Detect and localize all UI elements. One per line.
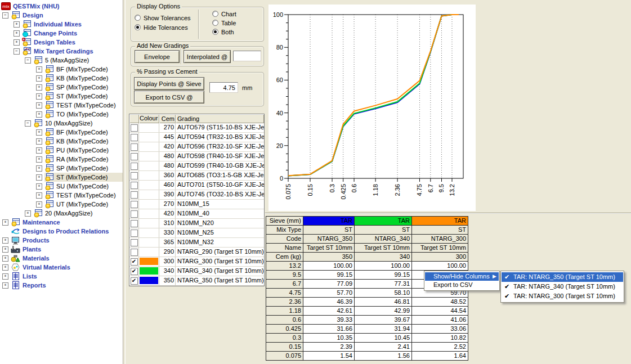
results-value-cell[interactable]: 100.00 xyxy=(303,262,355,271)
grading-row-name-cell[interactable]: N10MM_15 xyxy=(176,200,264,209)
radio-button[interactable] xyxy=(212,11,218,17)
results-value-cell[interactable]: 39.67 xyxy=(355,316,412,325)
results-value-cell[interactable]: 77.31 xyxy=(355,280,412,289)
tree-item-content[interactable]: 5 (MaxAggSize) xyxy=(33,56,123,65)
tree-item-maintenance[interactable]: +Maintenance xyxy=(0,218,123,227)
grading-row-checkbox-cell[interactable]: ✔ xyxy=(129,276,139,285)
checkbox-checked[interactable]: ✔ xyxy=(131,258,138,266)
results-info-cell[interactable]: Target ST 10mm xyxy=(355,244,412,253)
grading-list-row[interactable]: ✔340NTARG_340 (Target ST 10mm) xyxy=(129,267,264,276)
expand-box[interactable]: + xyxy=(36,129,42,136)
results-info-cell[interactable]: NTARG_350 xyxy=(303,235,355,244)
expand-box[interactable]: + xyxy=(2,219,8,226)
tree-item-virtual-materials[interactable]: +Virtual Materials xyxy=(0,263,123,272)
tree-item-pu-mixtypecode[interactable]: +PU (MixTypeCode) xyxy=(0,146,123,155)
tree-item-content[interactable]: SU (MixTypeCode) xyxy=(44,182,123,191)
tree-item-content[interactable]: TEST (MixTypeCode) xyxy=(44,191,123,200)
results-info-cell[interactable]: Target ST 10mm xyxy=(412,244,468,253)
radio-button-selected[interactable] xyxy=(135,24,141,30)
results-value-cell[interactable]: 44.54 xyxy=(412,307,468,316)
grading-list-row[interactable]: 290NTARG_290 (Target ST 10mm) xyxy=(129,248,264,257)
tree-item-products[interactable]: +Products xyxy=(0,236,123,245)
grading-row-checkbox-cell[interactable] xyxy=(129,133,139,142)
checkbox-checked[interactable]: ✔ xyxy=(131,277,138,285)
grading-row-colour-cell[interactable] xyxy=(139,257,159,266)
tree-item-content[interactable]: Reports xyxy=(11,281,123,290)
grading-list-row[interactable]: ✔300NTARG_300 (Target ST 10mm) xyxy=(129,257,264,267)
expand-box[interactable]: + xyxy=(2,246,8,253)
results-info-cell[interactable]: NTARG_300 xyxy=(412,235,468,244)
grading-row-name-cell[interactable]: AUTO598 (TR40-10-SF XJE-Jes xyxy=(176,152,264,161)
expand-box[interactable]: + xyxy=(36,201,42,208)
menu-item-export-to-csv[interactable]: Export to CSV xyxy=(425,281,499,289)
grading-list-row[interactable]: 365N10MM_N32 xyxy=(129,238,264,248)
expand-box[interactable]: + xyxy=(14,21,20,28)
radio-button-selected[interactable] xyxy=(212,29,218,35)
tree-item-content[interactable]: Change Points xyxy=(22,29,123,38)
results-info-cell[interactable]: NTARG_340 xyxy=(355,235,412,244)
results-column-header[interactable]: TAR xyxy=(412,217,468,226)
tree-item-content[interactable]: Plants xyxy=(11,245,123,254)
grading-row-name-cell[interactable]: AUTO685 (TO3:1-5-GB XJE-Jes xyxy=(176,171,264,180)
grading-row-cem-cell[interactable]: 330 xyxy=(159,228,176,237)
grading-row-name-cell[interactable]: NTARG_350 (Target ST 10mm) xyxy=(176,276,264,285)
grading-row-cem-cell[interactable]: 460 xyxy=(159,181,176,190)
expand-box[interactable]: + xyxy=(36,174,42,181)
results-value-cell[interactable]: 10.45 xyxy=(355,334,412,343)
results-info-cell[interactable]: 300 xyxy=(412,253,468,262)
grading-row-checkbox-cell[interactable] xyxy=(129,161,139,170)
radio-tolerance-show-tolerances[interactable]: Show Tolerances xyxy=(135,14,191,21)
expand-box[interactable]: + xyxy=(2,264,8,271)
results-value-cell[interactable]: 1.56 xyxy=(355,352,412,361)
collapse-box[interactable]: − xyxy=(25,57,31,64)
grading-row-colour-cell[interactable] xyxy=(139,200,159,209)
grading-list-row[interactable]: 460AUTO701 (ST50-10-GF XJE-Jes xyxy=(129,181,264,190)
grading-row-name-cell[interactable]: N10MM_40 xyxy=(176,209,264,218)
grading-row-name-cell[interactable]: AUTO599 (TR40-10-GB XJE-Jes xyxy=(176,161,264,170)
results-value-cell[interactable]: 42.99 xyxy=(355,307,412,316)
tree-selection[interactable]: ST (MixTypeCode) xyxy=(44,173,123,182)
tree-item-test-mixtypecode[interactable]: +TEST (MixTypeCode) xyxy=(0,191,123,200)
grading-row-checkbox-cell[interactable] xyxy=(129,228,139,237)
tree-item-content[interactable]: TO (MixTypeCode) xyxy=(44,110,123,119)
results-value-cell[interactable]: 42.61 xyxy=(303,307,355,316)
tree-item-content[interactable]: Design Tables xyxy=(22,38,123,47)
grading-list-row[interactable]: ✔350NTARG_350 (Target ST 10mm) xyxy=(129,276,264,286)
checkbox-unchecked[interactable] xyxy=(131,230,138,237)
results-value-cell[interactable]: 2.39 xyxy=(303,343,355,352)
grading-row-name-cell[interactable]: N10MM_N32 xyxy=(176,238,264,247)
expand-box[interactable]: + xyxy=(36,183,42,190)
results-value-cell[interactable]: 31.94 xyxy=(355,325,412,334)
grading-row-cem-cell[interactable]: 390 xyxy=(159,190,176,199)
tree-item-content[interactable]: Maintenance xyxy=(11,218,123,227)
grading-list-column-header[interactable]: Grading xyxy=(176,114,264,123)
results-value-cell[interactable]: 33.06 xyxy=(412,325,468,334)
radio-button[interactable] xyxy=(212,20,218,26)
tree-item-content[interactable]: SP (MixTypeCode) xyxy=(44,164,123,173)
tree-item-content[interactable]: Lists xyxy=(11,272,123,281)
grading-row-colour-cell[interactable] xyxy=(139,133,159,142)
tree-item-ra-mixtypecode[interactable]: +RA (MixTypeCode) xyxy=(0,155,123,164)
results-column-header[interactable]: TAR xyxy=(355,217,412,226)
results-value-cell[interactable]: 46.81 xyxy=(355,298,412,307)
results-info-cell[interactable]: ST xyxy=(412,226,468,235)
grading-row-cem-cell[interactable]: 365 xyxy=(159,238,176,247)
grading-row-checkbox-cell[interactable] xyxy=(129,190,139,199)
tree-item-su-mixtypecode[interactable]: +SU (MixTypeCode) xyxy=(0,182,123,191)
grading-row-cem-cell[interactable]: 300 xyxy=(159,257,176,266)
tree-item-content[interactable]: Products xyxy=(11,236,123,245)
checkbox-unchecked[interactable] xyxy=(131,172,138,179)
tree-item-reports[interactable]: +Reports xyxy=(0,281,123,290)
checkbox-unchecked[interactable] xyxy=(131,153,138,160)
expand-box[interactable]: + xyxy=(36,75,42,82)
tree-item-content[interactable]: mixQESTMix (NHU) xyxy=(1,2,123,11)
expand-box[interactable]: + xyxy=(2,273,8,280)
tree-item-content[interactable]: UT (MixTypeCode) xyxy=(44,200,123,209)
checkbox-unchecked[interactable] xyxy=(131,239,138,246)
grading-list-row[interactable]: 270AUTO579 (ST15-10-BS XJE-Jes xyxy=(129,123,264,133)
expand-box[interactable]: + xyxy=(2,237,8,244)
tree-item-content[interactable]: Designs to Product Relations xyxy=(11,227,123,236)
results-value-cell[interactable]: 99.15 xyxy=(355,271,412,280)
grading-row-name-cell[interactable]: AUTO745 (TO32-10-BS XJE-Jes xyxy=(176,190,264,199)
envelope-button[interactable]: Envelope xyxy=(135,50,180,63)
